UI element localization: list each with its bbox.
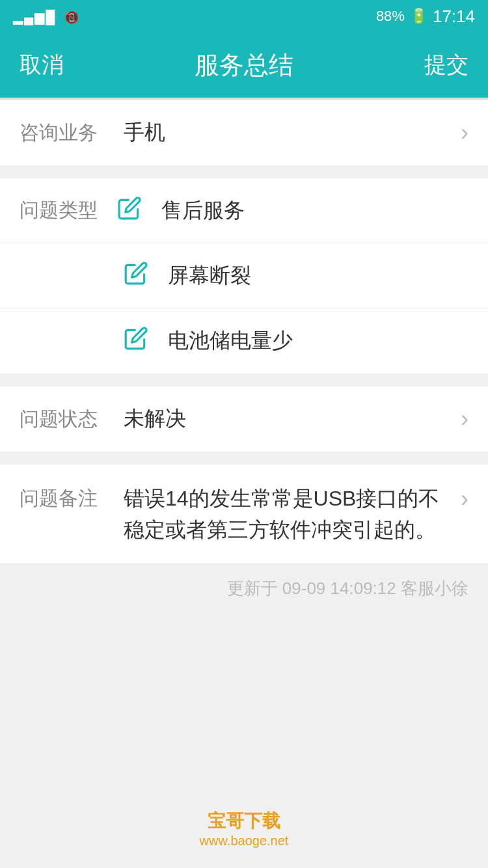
edit-icon-2 (124, 261, 148, 291)
consult-section: 咨询业务 手机 › (0, 100, 488, 165)
consult-value: 手机 (117, 118, 454, 147)
consult-label: 咨询业务 (20, 120, 117, 146)
app-bar: 取消 服务总结 提交 (0, 33, 488, 98)
issue-type-value-1: 售后服务 (155, 197, 468, 225)
watermark-sub: www.baoge.net (0, 834, 488, 848)
issue-status-value: 未解决 (117, 405, 454, 433)
issue-type-value-2: 屏幕断裂 (161, 262, 468, 290)
watermark: 宝哥下载 www.baoge.net (0, 809, 488, 848)
issue-type-section: 问题类型 售后服务 屏幕断裂 (0, 178, 488, 373)
submit-button[interactable]: 提交 (424, 50, 468, 80)
watermark-main: 宝哥下载 (0, 809, 488, 834)
status-signal: ▂▄▆█ 📵 (13, 7, 376, 25)
issue-type-label: 问题类型 (20, 197, 117, 224)
cancel-button[interactable]: 取消 (20, 50, 64, 80)
status-icons: 88% 🔋 17:14 (376, 7, 475, 27)
page-title: 服务总结 (195, 49, 293, 82)
note-row[interactable]: 问题备注 错误14的发生常常是USB接口的不稳定或者第三方软件冲突引起的。 › (0, 465, 488, 564)
section-gap-1 (0, 165, 488, 178)
issue-status-label: 问题状态 (20, 406, 117, 433)
issue-type-value-3: 电池储电量少 (161, 327, 468, 355)
issue-status-section: 问题状态 未解决 › (0, 387, 488, 452)
section-gap-3 (0, 452, 488, 465)
issue-type-row-3[interactable]: 电池储电量少 (0, 308, 488, 373)
time-display: 17:14 (433, 7, 475, 27)
content-area: 咨询业务 手机 › 问题类型 售后服务 (0, 100, 488, 613)
edit-icon-3 (124, 326, 148, 356)
issue-type-row-2[interactable]: 屏幕断裂 (0, 243, 488, 308)
status-bar: ▂▄▆█ 📵 88% 🔋 17:14 (0, 0, 488, 33)
edit-icon-1 (117, 196, 142, 226)
update-info: 更新于 09-09 14:09:12 客服小徐 (0, 564, 488, 613)
chevron-right-icon: › (461, 119, 468, 146)
issue-status-row[interactable]: 问题状态 未解决 › (0, 387, 488, 452)
issue-type-row-1[interactable]: 问题类型 售后服务 (0, 178, 488, 243)
chevron-right-icon-3: › (461, 483, 468, 513)
section-gap-2 (0, 373, 488, 387)
note-value: 错误14的发生常常是USB接口的不稳定或者第三方软件冲突引起的。 (117, 483, 454, 545)
battery-percent: 88% (376, 8, 405, 25)
battery-icon: 🔋 (410, 8, 427, 25)
note-section: 问题备注 错误14的发生常常是USB接口的不稳定或者第三方软件冲突引起的。 › (0, 465, 488, 564)
note-label: 问题备注 (20, 483, 117, 512)
consult-row[interactable]: 咨询业务 手机 › (0, 100, 488, 165)
chevron-right-icon-2: › (461, 405, 468, 433)
